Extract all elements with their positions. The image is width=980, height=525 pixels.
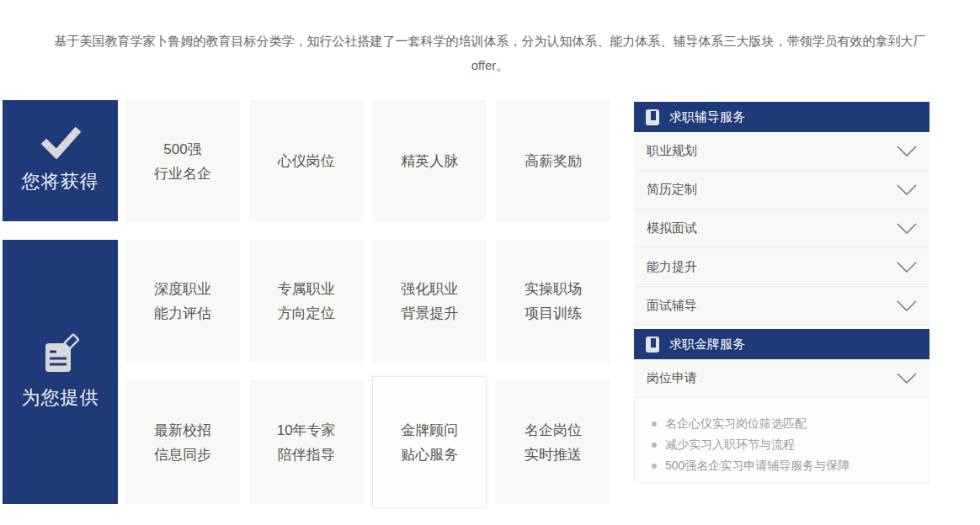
card-line: 背景提升: [401, 301, 458, 326]
service-item-label: 面试辅导: [647, 298, 697, 314]
chevron-down-icon: [897, 146, 917, 156]
benefit-card-expert-guidance[interactable]: 10年专家 陪伴指导: [249, 380, 364, 504]
card-line: 能力评估: [154, 301, 211, 326]
we-provide-panel: 为您提供: [3, 240, 118, 504]
coaching-services-title: 求职辅导服务: [669, 109, 745, 125]
you-will-gain-label: 您将获得: [22, 169, 99, 194]
benefit-card-job-push[interactable]: 名企岗位 实时推送: [496, 380, 610, 504]
card-line: 陪伴指导: [278, 443, 335, 467]
edit-doc-icon: [40, 333, 81, 375]
service-item-label: 模拟面试: [647, 220, 697, 236]
card-line: 金牌顾问: [401, 418, 458, 443]
card-line: 高薪奖励: [525, 149, 582, 173]
card-line: 行业名企: [154, 162, 211, 186]
card-line: 精英人脉: [401, 149, 458, 173]
card-line: 方向定位: [278, 301, 335, 326]
intro-paragraph: 基于美国教育学家卜鲁姆的教育目标分类学，知行公社搭建了一套科学的培训体系，分为认…: [0, 29, 980, 77]
service-item-label: 能力提升: [647, 259, 697, 275]
benefit-card-ideal-position[interactable]: 心仪岗位: [249, 100, 364, 222]
card-line: 深度职业: [154, 277, 211, 301]
we-provide-label: 为您提供: [22, 385, 99, 411]
benefit-card-project-training[interactable]: 实操职场 项目训练: [496, 240, 610, 363]
chevron-down-icon: [897, 262, 917, 273]
book-icon: [646, 109, 659, 125]
benefit-card-500-companies[interactable]: 500强 行业名企: [125, 100, 240, 222]
intro-line2: offer。: [0, 53, 980, 77]
chevron-down-icon: [897, 373, 917, 384]
chevron-down-icon: [897, 184, 917, 195]
card-line: 项目训练: [525, 301, 582, 326]
you-will-gain-panel: 您将获得: [3, 100, 118, 221]
benefit-card-campus-recruit-sync[interactable]: 最新校招 信息同步: [125, 380, 240, 504]
benefit-card-career-positioning[interactable]: 专属职业 方向定位: [249, 240, 364, 363]
benefit-card-elite-network[interactable]: 精英人脉: [372, 100, 487, 222]
card-line: 名企岗位: [525, 418, 582, 443]
check-icon: [40, 127, 81, 159]
card-line: 心仪岗位: [278, 149, 335, 173]
gold-service-bullet: 名企心仪实习岗位筛选匹配: [650, 413, 913, 434]
card-line: 10年专家: [277, 418, 336, 443]
gold-service-bullet: 500强名企实习申请辅导服务与保障: [650, 455, 913, 476]
gold-services-header: 求职金牌服务: [634, 329, 929, 359]
book-icon: [646, 337, 659, 353]
intro-line1: 基于美国教育学家卜鲁姆的教育目标分类学，知行公社搭建了一套科学的培训体系，分为认…: [0, 29, 980, 53]
service-item-ability-improvement[interactable]: 能力提升: [634, 248, 929, 287]
card-line: 信息同步: [154, 443, 211, 467]
gold-service-bullet: 减少实习入职环节与流程: [650, 434, 913, 455]
benefit-card-high-salary[interactable]: 高薪奖励: [496, 100, 610, 222]
service-item-label: 简历定制: [647, 182, 697, 198]
coaching-services-panel: 求职辅导服务 职业规划 简历定制 模拟面试 能力提升 面试辅导: [634, 102, 929, 326]
benefit-row-1: 500强 行业名企 心仪岗位 精英人脉 高薪奖励: [125, 100, 610, 222]
coaching-services-header: 求职辅导服务: [634, 102, 929, 132]
gold-services-bullet-list: 名企心仪实习岗位筛选匹配 减少实习入职环节与流程 500强名企实习申请辅导服务与…: [634, 398, 929, 484]
chevron-down-icon: [897, 223, 917, 234]
card-line: 最新校招: [154, 418, 211, 443]
service-item-label: 岗位申请: [647, 370, 697, 386]
gold-services-panel: 求职金牌服务 岗位申请: [634, 329, 929, 398]
service-item-resume-customization[interactable]: 简历定制: [634, 171, 929, 209]
service-item-job-application[interactable]: 岗位申请: [634, 359, 929, 398]
benefit-row-2: 深度职业 能力评估 专属职业 方向定位 强化职业 背景提升 实操职场 项目训练: [125, 240, 610, 363]
chevron-down-icon: [897, 300, 917, 311]
benefit-card-ability-assessment[interactable]: 深度职业 能力评估: [125, 240, 240, 363]
page: 基于美国教育学家卜鲁姆的教育目标分类学，知行公社搭建了一套科学的培训体系，分为认…: [0, 0, 980, 525]
card-line: 贴心服务: [401, 443, 458, 467]
card-line: 实时推送: [525, 443, 582, 467]
benefit-card-gold-consultant[interactable]: 金牌顾问 贴心服务: [372, 376, 487, 508]
gold-services-title: 求职金牌服务: [669, 337, 745, 353]
benefit-row-3: 最新校招 信息同步 10年专家 陪伴指导 金牌顾问 贴心服务 名企岗位 实时推送: [125, 380, 610, 508]
benefit-card-background-boost[interactable]: 强化职业 背景提升: [372, 240, 487, 363]
service-item-mock-interview[interactable]: 模拟面试: [634, 209, 929, 248]
service-item-label: 职业规划: [647, 143, 697, 159]
card-line: 强化职业: [401, 277, 458, 301]
service-item-career-planning[interactable]: 职业规划: [634, 132, 929, 171]
card-line: 500强: [163, 137, 201, 162]
card-line: 实操职场: [525, 277, 582, 301]
service-item-interview-coaching[interactable]: 面试辅导: [634, 287, 929, 326]
card-line: 专属职业: [278, 277, 335, 301]
